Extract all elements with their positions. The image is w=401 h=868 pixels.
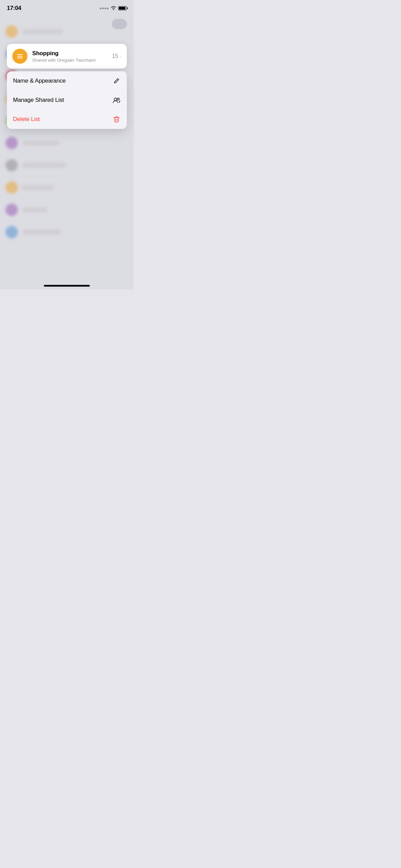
top-right-button [112,19,127,29]
selected-list-item[interactable]: Shopping Shared with Oregaán Twochamì 15… [7,44,127,69]
menu-item-delete[interactable]: Delete List [7,110,127,129]
list-lines-icon [16,52,24,60]
status-icons [100,5,127,11]
svg-point-4 [117,98,119,100]
context-area: Shopping Shared with Oregaán Twochamì 15… [7,44,127,129]
overlay [0,0,134,289]
pencil-icon [112,77,121,85]
menu-item-name-appearance[interactable]: Name & Appearance [7,71,127,91]
battery-icon [118,6,127,10]
shared-users-icon [112,96,121,104]
trash-icon [112,115,121,123]
list-subtitle: Shared with Oregaán Twochamì [32,58,107,63]
status-bar: 17:04 [0,0,134,14]
svg-point-3 [114,98,117,101]
menu-item-manage-shared[interactable]: Manage Shared List [7,91,127,110]
list-meta: 15 › [112,53,121,60]
svg-rect-2 [17,58,23,58]
menu-item-name-appearance-label: Name & Appearance [13,77,65,84]
menu-item-delete-label: Delete List [13,116,40,123]
home-indicator [44,285,90,287]
list-icon [12,49,27,64]
context-menu: Name & Appearance Manage Shared List [7,71,127,129]
list-info: Shopping Shared with Oregaán Twochamì [32,50,107,63]
list-title: Shopping [32,50,107,57]
svg-rect-0 [17,54,23,55]
status-time: 17:04 [7,5,21,12]
svg-rect-1 [17,56,23,57]
signal-icon [100,8,109,9]
list-count: 15 [112,53,118,60]
menu-item-manage-shared-label: Manage Shared List [13,97,64,104]
chevron-right-icon: › [120,53,121,59]
wifi-icon [111,5,116,11]
